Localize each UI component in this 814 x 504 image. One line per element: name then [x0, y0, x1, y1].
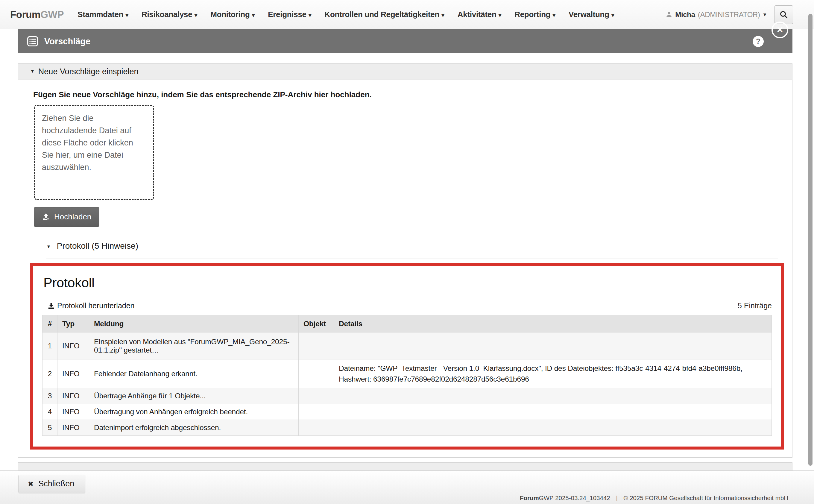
- menu-ereignisse[interactable]: Ereignisse: [268, 10, 311, 19]
- col-header-num: #: [42, 315, 57, 333]
- bottom-action-bar: Schließen ForumGWP 2025-03.24_103442 | ©…: [0, 470, 814, 504]
- footer-meta: ForumGWP 2025-03.24_103442 | © 2025 FORU…: [520, 494, 788, 502]
- close-dialog-button[interactable]: Schließen: [19, 475, 85, 493]
- cell-num: 2: [42, 359, 57, 388]
- footer-copyright: © 2025 FORUM Gesellschaft für Informatio…: [623, 494, 788, 501]
- list-icon: [26, 35, 39, 48]
- cell-details: [334, 420, 772, 436]
- protokoll-toggle[interactable]: Protokoll (5 Hinweise): [46, 241, 784, 251]
- top-navigation: ForumGWP Stammdaten Risikoanalyse Monito…: [0, 0, 814, 29]
- cell-objekt: [299, 420, 334, 436]
- footer-separator: |: [616, 494, 617, 501]
- dropzone-text: Ziehen Sie die hochzuladende Datei auf d…: [42, 114, 133, 172]
- scrollbar-track: [807, 0, 814, 504]
- cell-typ: INFO: [57, 359, 89, 388]
- panel-header-neue-vorschlaege[interactable]: Neue Vorschläge einspielen: [18, 64, 792, 80]
- panel-title: Neue Vorschläge einspielen: [38, 67, 139, 76]
- footer-brand-rest: GWP: [539, 494, 554, 501]
- upload-panel: Neue Vorschläge einspielen Fügen Sie neu…: [18, 63, 792, 458]
- cell-num: 3: [42, 388, 57, 404]
- menu-monitoring[interactable]: Monitoring: [210, 10, 255, 19]
- cell-details: [334, 404, 772, 420]
- cell-meldung: Einspielen von Modellen aus "ForumGWP_MI…: [89, 333, 299, 359]
- cell-typ: INFO: [57, 333, 89, 359]
- cell-objekt: [299, 388, 334, 404]
- help-button[interactable]: [753, 36, 764, 47]
- cell-details: [334, 388, 772, 404]
- logo-light: GWP: [40, 9, 64, 20]
- panel-body: Fügen Sie neue Vorschläge hinzu, indem S…: [18, 80, 792, 457]
- protokoll-table: # Typ Meldung Objekt Details 1 INFO Eins…: [42, 315, 772, 436]
- table-row: 2 INFO Fehlender Dateianhang erkannt. Da…: [42, 359, 772, 388]
- cell-num: 1: [42, 333, 57, 359]
- entries-count: 5 Einträge: [738, 301, 772, 310]
- col-header-details: Details: [334, 315, 772, 333]
- cell-meldung: Fehlender Dateianhang erkannt.: [89, 359, 299, 388]
- user-role: (ADMINISTRATOR): [698, 10, 760, 19]
- col-header-meldung: Meldung: [89, 315, 299, 333]
- table-row: 1 INFO Einspielen von Modellen aus "Foru…: [42, 333, 772, 359]
- cell-typ: INFO: [57, 420, 89, 436]
- download-icon: [48, 302, 55, 309]
- cell-meldung: Übertrage Anhänge für 1 Objekte...: [89, 388, 299, 404]
- highlight-annotation: Protokoll Protokoll herunterladen 5 Eint…: [30, 263, 784, 450]
- user-name: Micha: [675, 10, 695, 19]
- divider: [46, 259, 778, 259]
- cell-objekt: [299, 359, 334, 388]
- user-menu[interactable]: Micha (ADMINISTRATOR): [666, 10, 766, 19]
- footer-version: 2025-03.24_103442: [555, 494, 610, 501]
- close-x-icon: [28, 479, 34, 488]
- menu-risikoanalyse[interactable]: Risikoanalyse: [142, 10, 197, 19]
- search-icon: [779, 10, 788, 19]
- modal-title-bar: Vorschläge: [18, 29, 792, 53]
- table-row: 4 INFO Übertragung von Anhängen erfolgre…: [42, 404, 772, 420]
- cell-typ: INFO: [57, 404, 89, 420]
- upload-instruction: Fügen Sie neue Vorschläge hinzu, indem S…: [33, 90, 784, 99]
- main-menu: Stammdaten Risikoanalyse Monitoring Erei…: [78, 10, 614, 19]
- table-header-row: # Typ Meldung Objekt Details: [42, 315, 772, 333]
- app-logo[interactable]: ForumGWP: [10, 9, 64, 20]
- cell-details: Dateiname: "GWP_Textmaster - Version 1.0…: [334, 359, 772, 388]
- cell-typ: INFO: [57, 388, 89, 404]
- protokoll-toggle-label: Protokoll (5 Hinweise): [57, 241, 138, 251]
- logo-bold: Forum: [10, 9, 40, 20]
- footer-brand-bold: Forum: [520, 494, 539, 501]
- close-button-label: Schließen: [38, 479, 74, 488]
- download-protokoll-link[interactable]: Protokoll herunterladen: [48, 301, 135, 310]
- table-row: 3 INFO Übertrage Anhänge für 1 Objekte..…: [42, 388, 772, 404]
- cell-details: [334, 333, 772, 359]
- col-header-typ: Typ: [57, 315, 89, 333]
- cell-meldung: Übertragung von Anhängen erfolgreich bee…: [89, 404, 299, 420]
- menu-stammdaten[interactable]: Stammdaten: [78, 10, 128, 19]
- col-header-objekt: Objekt: [299, 315, 334, 333]
- cell-objekt: [299, 404, 334, 420]
- upload-icon: [42, 213, 50, 221]
- menu-reporting[interactable]: Reporting: [514, 10, 555, 19]
- user-icon: [666, 11, 672, 18]
- scrollbar-thumb[interactable]: [808, 14, 813, 466]
- menu-kontrollen[interactable]: Kontrollen und Regeltätigkeiten: [325, 10, 444, 19]
- cell-objekt: [299, 333, 334, 359]
- menu-verwaltung[interactable]: Verwaltung: [569, 10, 614, 19]
- download-link-label: Protokoll herunterladen: [57, 301, 135, 310]
- modal-close-button[interactable]: [772, 22, 788, 38]
- cell-meldung: Datenimport erfolgreich abgeschlossen.: [89, 420, 299, 436]
- upload-button-label: Hochladen: [54, 212, 91, 221]
- upload-button[interactable]: Hochladen: [34, 207, 99, 227]
- protokoll-heading: Protokoll: [43, 275, 772, 291]
- menu-aktivitaeten[interactable]: Aktivitäten: [458, 10, 501, 19]
- table-row: 5 INFO Datenimport erfolgreich abgeschlo…: [42, 420, 772, 436]
- file-dropzone[interactable]: Ziehen Sie die hochzuladende Datei auf d…: [34, 105, 154, 200]
- search-button[interactable]: [774, 5, 793, 24]
- cell-num: 4: [42, 404, 57, 420]
- modal-title: Vorschläge: [44, 37, 90, 46]
- cell-num: 5: [42, 420, 57, 436]
